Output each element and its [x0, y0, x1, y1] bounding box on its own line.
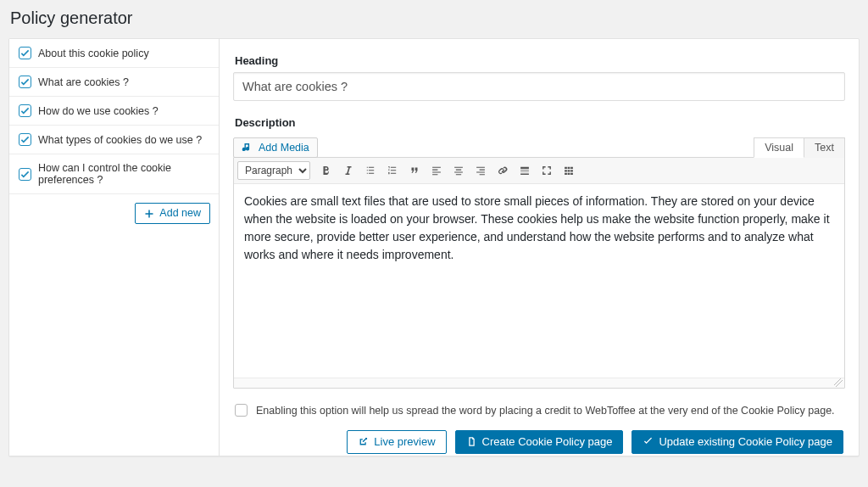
sidebar-item-how-use[interactable]: How do we use cookies ? [9, 97, 219, 126]
update-policy-label: Update existing Cookie Policy page [659, 435, 832, 449]
description-label: Description [235, 116, 318, 129]
quote-icon[interactable] [405, 161, 424, 180]
sidebar-item-about[interactable]: About this cookie policy [9, 39, 219, 68]
update-policy-button[interactable]: Update existing Cookie Policy page [632, 430, 843, 454]
sidebar-item-what-are-cookies[interactable]: What are cookies ? [9, 68, 219, 97]
create-policy-label: Create Cookie Policy page [482, 435, 613, 449]
checkbox-icon[interactable] [19, 104, 31, 117]
heading-label: Heading [235, 54, 845, 67]
add-new-button[interactable]: Add new [135, 203, 210, 224]
main-panel: About this cookie policy What are cookie… [8, 38, 860, 456]
add-media-button[interactable]: Add Media [233, 137, 318, 158]
live-preview-label: Live preview [374, 435, 435, 449]
checkbox-icon[interactable] [19, 168, 31, 181]
italic-icon[interactable] [339, 161, 358, 180]
fullscreen-icon[interactable] [537, 161, 556, 180]
kitchen-sink-icon[interactable] [559, 161, 578, 180]
tab-text[interactable]: Text [804, 137, 845, 158]
sidebar-item-label: What are cookies ? [38, 76, 129, 88]
credit-text: Enabling this option will help us spread… [256, 405, 835, 417]
editor-content[interactable]: Cookies are small text files that are us… [234, 184, 844, 378]
link-icon[interactable] [493, 161, 512, 180]
numbered-list-icon[interactable] [383, 161, 402, 180]
checkbox-icon[interactable] [19, 76, 31, 88]
readmore-icon[interactable] [515, 161, 534, 180]
plus-icon [144, 209, 154, 219]
sidebar-item-label: How can I control the cookie preferences… [38, 162, 209, 186]
tab-visual[interactable]: Visual [754, 137, 804, 158]
bold-icon[interactable] [317, 161, 336, 180]
heading-input[interactable] [233, 72, 845, 101]
sidebar-item-label: How do we use cookies ? [38, 105, 159, 117]
format-select[interactable]: Paragraph [237, 161, 310, 180]
media-note-icon [242, 142, 253, 154]
page-title: Policy generator [10, 8, 860, 28]
sidebar-item-label: About this cookie policy [38, 48, 149, 59]
checkbox-icon[interactable] [19, 47, 31, 59]
live-preview-button[interactable]: Live preview [347, 430, 446, 454]
editor-toolbar: Paragraph [234, 158, 844, 184]
bullet-list-icon[interactable] [361, 161, 380, 180]
align-left-icon[interactable] [427, 161, 446, 180]
align-right-icon[interactable] [471, 161, 490, 180]
external-link-icon [358, 436, 369, 447]
add-media-label: Add Media [259, 142, 309, 154]
create-policy-button[interactable]: Create Cookie Policy page [455, 430, 624, 454]
align-center-icon[interactable] [449, 161, 468, 180]
checkbox-icon[interactable] [19, 133, 31, 146]
document-icon [466, 436, 477, 447]
sidebar-item-types[interactable]: What types of cookies do we use ? [9, 126, 219, 154]
editor-tabs: Visual Text [754, 137, 845, 158]
check-icon [643, 436, 654, 447]
sidebar-item-label: What types of cookies do we use ? [38, 134, 202, 146]
wysiwyg-editor: Paragraph [233, 157, 845, 389]
sidebar-item-control[interactable]: How can I control the cookie preferences… [9, 154, 219, 194]
add-new-label: Add new [159, 207, 201, 220]
action-buttons: Live preview Create Cookie Policy page U… [233, 430, 845, 454]
resize-handle[interactable] [234, 378, 844, 388]
editor-main: Heading Description Add Media Visual Tex… [220, 39, 859, 456]
credit-checkbox[interactable] [235, 404, 248, 417]
policy-sections-sidebar: About this cookie policy What are cookie… [9, 39, 220, 456]
